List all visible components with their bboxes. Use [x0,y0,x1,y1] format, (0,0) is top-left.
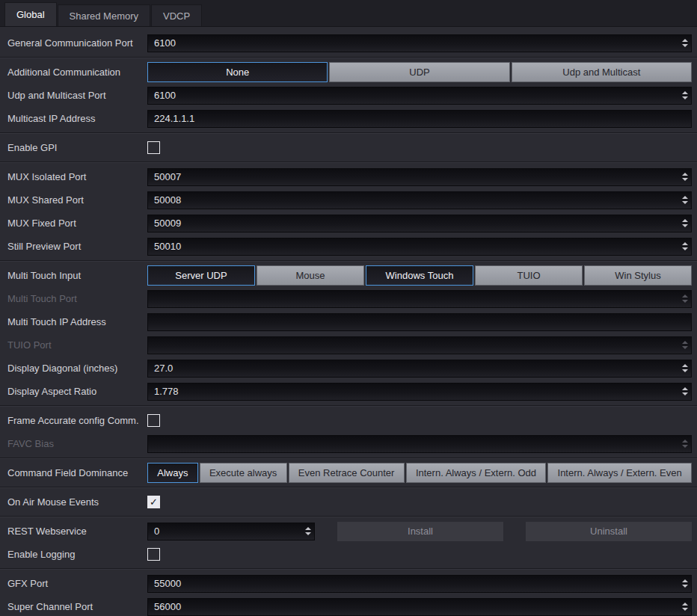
spin-down-icon[interactable] [682,608,688,611]
segment-execute-always[interactable]: Execute always [200,463,287,483]
row-display-diagonal: Display Diagonal (inches) 27.0 [0,357,697,380]
spin-down-icon[interactable] [682,392,688,395]
segment-even-retrace-counter[interactable]: Even Retrace Counter [289,463,405,483]
segment-mouse[interactable]: Mouse [257,265,364,286]
row-command-field-dominance: Command Field Dominance Always Execute a… [0,461,697,484]
row-enable-gpi: Enable GPI [0,136,697,159]
multi-touch-port-input [147,290,692,308]
spin-up-icon[interactable] [682,364,688,367]
spin-down-icon[interactable] [682,369,688,372]
spinner-control[interactable] [678,169,691,185]
rest-webservice-input[interactable]: 0 [147,523,315,540]
spinner-control[interactable] [678,192,691,209]
uninstall-button[interactable]: Uninstall [526,522,692,541]
spin-up-icon[interactable] [305,527,311,530]
spin-up-icon[interactable] [682,603,688,606]
spin-up-icon [682,295,688,298]
input-value: 224.1.1.1 [148,113,691,124]
spin-down-icon [682,346,688,349]
mux-isolated-port-label: MUX Isolated Port [0,171,147,182]
mux-shared-port-input[interactable]: 50008 [147,191,692,209]
super-channel-port-input[interactable]: 56000 [147,598,692,616]
segment-server-udp[interactable]: Server UDP [147,265,255,286]
tab-vdcp[interactable]: VDCP [151,4,202,26]
segment-win-stylus[interactable]: Win Stylus [584,265,692,286]
segment-intern-always-extern-even[interactable]: Intern. Always / Extern. Even [547,463,692,483]
on-air-mouse-events-checkbox[interactable]: ✓ [147,496,160,508]
input-value: 6100 [148,37,678,49]
spin-down-icon [682,445,688,448]
multicast-ip-address-input[interactable]: 224.1.1.1 [147,110,692,128]
spinner-control[interactable] [678,215,691,232]
display-aspect-ratio-label: Display Aspect Ratio [0,386,147,397]
display-aspect-ratio-input[interactable]: 1.778 [147,383,692,401]
spin-up-icon[interactable] [682,39,688,42]
spin-down-icon[interactable] [682,247,688,250]
udp-multicast-port-input[interactable]: 6100 [147,87,692,105]
spin-down-icon[interactable] [682,224,688,227]
spin-up-icon[interactable] [682,196,688,199]
spinner-control[interactable] [678,576,691,592]
display-diagonal-label: Display Diagonal (inches) [0,363,147,374]
mux-fixed-port-input[interactable]: 50009 [147,215,692,232]
row-mux-fixed-port: MUX Fixed Port 50009 [0,212,697,235]
super-channel-port-label: Super Channel Port [0,601,147,612]
spin-down-icon[interactable] [305,532,311,535]
enable-gpi-label: Enable GPI [0,142,147,153]
row-on-air-mouse-events: On Air Mouse Events ✓ [0,490,697,514]
spin-down-icon[interactable] [682,178,688,181]
udp-multicast-port-label: Udp and Multicast Port [0,90,147,101]
spin-up-icon[interactable] [682,173,688,176]
multi-touch-ip-address-label: Multi Touch IP Address [0,316,147,327]
spinner-control[interactable] [678,87,691,104]
spinner-control[interactable] [678,35,691,52]
spinner-control[interactable] [301,523,314,540]
check-icon: ✓ [150,496,158,508]
segment-none[interactable]: None [147,62,328,82]
spinner-control[interactable] [678,238,691,255]
spin-up-icon[interactable] [682,579,688,582]
row-rest-webservice: REST Webservice 0 Install Uninstall [0,520,697,543]
install-button[interactable]: Install [337,522,503,541]
enable-logging-checkbox[interactable] [147,548,160,561]
separator [0,132,697,134]
segment-always[interactable]: Always [147,463,198,483]
general-communication-port-label: General Communication Port [0,37,147,49]
spin-down-icon[interactable] [682,96,688,99]
spin-up-icon[interactable] [682,219,688,222]
segment-windows-touch[interactable]: Windows Touch [366,265,473,286]
spinner-control[interactable] [678,360,691,377]
spinner-control[interactable] [678,599,691,615]
enable-gpi-checkbox[interactable] [147,141,160,154]
row-mux-shared-port: MUX Shared Port 50008 [0,188,697,212]
spin-down-icon[interactable] [682,44,688,47]
segment-intern-always-extern-odd[interactable]: Intern. Always / Extern. Odd [406,463,547,483]
spin-down-icon[interactable] [682,201,688,204]
gfx-port-input[interactable]: 55000 [147,575,692,593]
row-multi-touch-port: Multi Touch Port [0,287,697,310]
spin-up-icon[interactable] [682,387,688,390]
row-multi-touch-ip-address: Multi Touch IP Address [0,310,697,333]
display-diagonal-input[interactable]: 27.0 [147,360,692,378]
still-preview-port-input[interactable]: 50010 [147,238,692,256]
spin-down-icon[interactable] [682,585,688,588]
spinner-control[interactable] [678,384,691,400]
spin-up-icon[interactable] [682,242,688,245]
tab-shared-memory[interactable]: Shared Memory [58,4,150,26]
mux-isolated-port-input[interactable]: 50007 [147,168,692,186]
multi-touch-ip-address-input[interactable] [147,313,692,331]
separator [0,405,697,407]
general-communication-port-input[interactable]: 6100 [147,34,692,52]
input-value: 27.0 [148,363,678,374]
input-value: 50009 [148,218,678,229]
segment-tuio[interactable]: TUIO [475,265,583,286]
spin-up-icon[interactable] [682,91,688,94]
segment-udp[interactable]: UDP [329,62,509,82]
additional-communication-label: Additional Communication [0,67,147,78]
tab-global[interactable]: Global [4,2,57,26]
on-air-mouse-events-label: On Air Mouse Events [0,496,147,508]
input-value: 50008 [148,194,678,206]
segment-udp-and-multicast[interactable]: Udp and Multicast [512,62,692,82]
frame-accurate-config-comm-checkbox[interactable] [147,414,160,427]
row-mux-isolated-port: MUX Isolated Port 50007 [0,165,697,188]
